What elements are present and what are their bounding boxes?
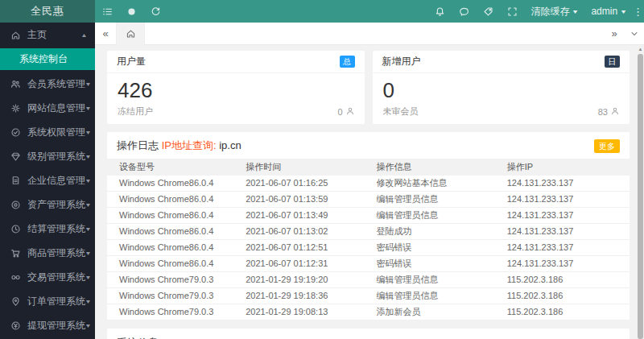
tabs-menu-chevron-icon[interactable] bbox=[625, 23, 644, 45]
scrollbar-thumb[interactable] bbox=[638, 54, 643, 339]
sidebar-item[interactable]: 订单管理系统▼ bbox=[0, 289, 95, 313]
caret-down-icon: ▼ bbox=[85, 226, 91, 232]
caret-down-icon: ▼ bbox=[85, 299, 91, 304]
admin-dashboard: 全民惠 主页▲系统控制台会员系统管理▼网站信息管理▼系统权限管理▼级别管理系统▼… bbox=[0, 0, 644, 339]
topbar: 清除缓存 ▼ admin ▼ ⋮ bbox=[95, 0, 644, 23]
tab-home[interactable] bbox=[116, 23, 145, 45]
users-icon bbox=[10, 79, 21, 89]
card-header: 用户量 总 bbox=[107, 51, 365, 73]
fullscreen-icon[interactable] bbox=[500, 0, 524, 23]
table-cell: 124.131.233.137 bbox=[499, 240, 630, 255]
caret-down-icon: ▼ bbox=[85, 275, 91, 280]
caret-down-icon: ▼ bbox=[85, 130, 91, 135]
sidebar: 全民惠 主页▲系统控制台会员系统管理▼网站信息管理▼系统权限管理▼级别管理系统▼… bbox=[0, 0, 95, 339]
caret-down-icon: ▼ bbox=[85, 81, 91, 87]
more-vert-icon[interactable]: ⋮ bbox=[633, 6, 644, 18]
footer-label: 冻结用户 bbox=[118, 105, 153, 118]
clear-cache-label: 清除缓存 bbox=[530, 5, 569, 19]
table-cell: 115.202.3.186 bbox=[499, 272, 630, 287]
sidebar-item[interactable]: 商品管理系统▼ bbox=[0, 241, 95, 265]
sidebar-item-label: 系统权限管理 bbox=[27, 126, 85, 139]
sidebar-item-label: 资产管理系统 bbox=[27, 198, 85, 212]
sidebar-item[interactable]: 资产管理系统▼ bbox=[0, 192, 95, 217]
table-cell: 编辑管理员信息 bbox=[369, 288, 499, 304]
sidebar-item[interactable]: 系统权限管理▼ bbox=[0, 120, 95, 144]
sidebar-item[interactable]: 级别管理系统▼ bbox=[0, 144, 95, 168]
theme-icon[interactable] bbox=[119, 0, 143, 23]
daily-badge: 日 bbox=[605, 56, 620, 68]
sidebar-item[interactable]: 提现管理系统▼ bbox=[0, 313, 95, 337]
table-cell: 编辑管理员信息 bbox=[369, 192, 499, 207]
table-cell: 124.131.233.137 bbox=[499, 224, 630, 239]
table-cell: 2021-06-07 01:16:25 bbox=[237, 176, 368, 191]
sidebar-item-label: 订单管理系统 bbox=[27, 295, 85, 308]
pin-icon bbox=[10, 296, 21, 307]
sidebar-item[interactable]: 主页▲ bbox=[0, 23, 95, 47]
more-button[interactable]: 更多 bbox=[594, 139, 620, 153]
table-cell: 编辑管理员信息 bbox=[369, 208, 499, 223]
table-row: Windows Chrome86.0.42021-06-07 01:12:31密… bbox=[107, 256, 630, 272]
footer-value: 83 bbox=[598, 107, 608, 117]
sidebar-item-label: 提现管理系统 bbox=[27, 319, 85, 333]
sidebar-item[interactable]: 交易管理系统▼ bbox=[0, 265, 95, 289]
sidebar-item-console[interactable]: 系统控制台 bbox=[0, 48, 95, 70]
table-cell: 2021-06-07 01:12:31 bbox=[237, 256, 368, 271]
card-title: 新增用户 bbox=[382, 55, 421, 68]
main-content: 用户量 总 426 冻结用户 0 新增用户 日 0 bbox=[95, 45, 637, 339]
doc-icon bbox=[10, 176, 21, 186]
table-cell: 124.131.233.137 bbox=[499, 192, 630, 207]
table-cell: Windows Chrome86.0.4 bbox=[107, 208, 237, 223]
caret-down-icon: ▼ bbox=[85, 202, 91, 208]
sidebar-item-label: 商品管理系统 bbox=[27, 246, 85, 260]
ip-lookup-site[interactable]: ip.cn bbox=[219, 139, 241, 151]
user-dropdown[interactable]: admin ▼ bbox=[584, 0, 633, 23]
bell-icon[interactable] bbox=[427, 0, 452, 23]
table-row: Windows Chrome86.0.42021-06-07 01:12:51密… bbox=[107, 240, 630, 256]
caret-down-icon: ▼ bbox=[85, 105, 91, 111]
card-footer: 冻结用户 0 bbox=[107, 104, 365, 124]
content-scrollbar[interactable]: ▲ bbox=[637, 45, 644, 339]
clear-cache-dropdown[interactable]: 清除缓存 ▼ bbox=[524, 0, 584, 23]
table-cell: 124.131.233.137 bbox=[499, 208, 630, 223]
table-cell: 2021-01-29 19:19:20 bbox=[237, 272, 368, 287]
tabs-scroll-left-icon[interactable]: « bbox=[95, 23, 116, 45]
sidebar-item-label: 交易管理系统 bbox=[27, 271, 85, 284]
column-header: 操作信息 bbox=[369, 159, 499, 176]
sidebar-item-label: 系统控制台 bbox=[19, 52, 68, 66]
table-cell: 2021-06-07 01:12:51 bbox=[237, 240, 368, 255]
footer-value: 0 bbox=[337, 107, 342, 117]
sidebar-item[interactable]: 企业信息管理▼ bbox=[0, 168, 95, 192]
table-row: Windows Chrome86.0.42021-06-07 01:13:49编… bbox=[107, 208, 630, 224]
tabs-scroll-right-icon[interactable]: » bbox=[604, 23, 625, 45]
message-icon[interactable] bbox=[452, 0, 476, 23]
tag-icon[interactable] bbox=[476, 0, 500, 23]
table-cell: 2021-01-29 19:08:13 bbox=[237, 304, 368, 320]
table-cell: 2021-06-07 01:13:02 bbox=[237, 224, 368, 239]
user-count-value: 426 bbox=[107, 73, 365, 104]
table-cell: Windows Chrome86.0.4 bbox=[107, 256, 237, 271]
table-cell: Windows Chrome79.0.3 bbox=[107, 288, 237, 304]
sidebar-item[interactable]: 网站信息管理▼ bbox=[0, 96, 95, 120]
clock-icon bbox=[10, 224, 21, 234]
operation-log-table: 设备型号操作时间操作信息操作IPWindows Chrome86.0.42021… bbox=[107, 159, 630, 320]
sidebar-item-label: 级别管理系统 bbox=[27, 150, 85, 163]
sidebar-item[interactable]: 会员系统管理▼ bbox=[0, 72, 95, 96]
sidebar-item[interactable]: 结算管理系统▼ bbox=[0, 217, 95, 241]
system-info-title: 系统信息 bbox=[107, 329, 630, 339]
log-title-group: 操作日志 IP地址查询: ip.cn bbox=[117, 138, 242, 153]
footer-count: 83 bbox=[598, 106, 620, 118]
sidebar-item-label: 网站信息管理 bbox=[27, 101, 85, 115]
card-title: 用户量 bbox=[117, 55, 146, 68]
scrollbar-up-arrow[interactable]: ▲ bbox=[637, 45, 644, 53]
brand-title: 全民惠 bbox=[0, 0, 95, 23]
check-circle-icon bbox=[10, 127, 21, 138]
total-badge: 总 bbox=[340, 56, 355, 68]
log-title: 操作日志 bbox=[117, 139, 159, 151]
table-cell: Windows Chrome86.0.4 bbox=[107, 240, 237, 255]
refresh-icon[interactable] bbox=[143, 0, 167, 23]
sidebar-item-label: 企业信息管理 bbox=[27, 174, 85, 188]
collapse-menu-icon[interactable] bbox=[95, 0, 119, 23]
caret-down-icon: ▼ bbox=[85, 178, 91, 184]
table-cell: 2021-06-07 01:13:49 bbox=[237, 208, 368, 223]
table-cell: 115.202.3.186 bbox=[499, 304, 630, 320]
